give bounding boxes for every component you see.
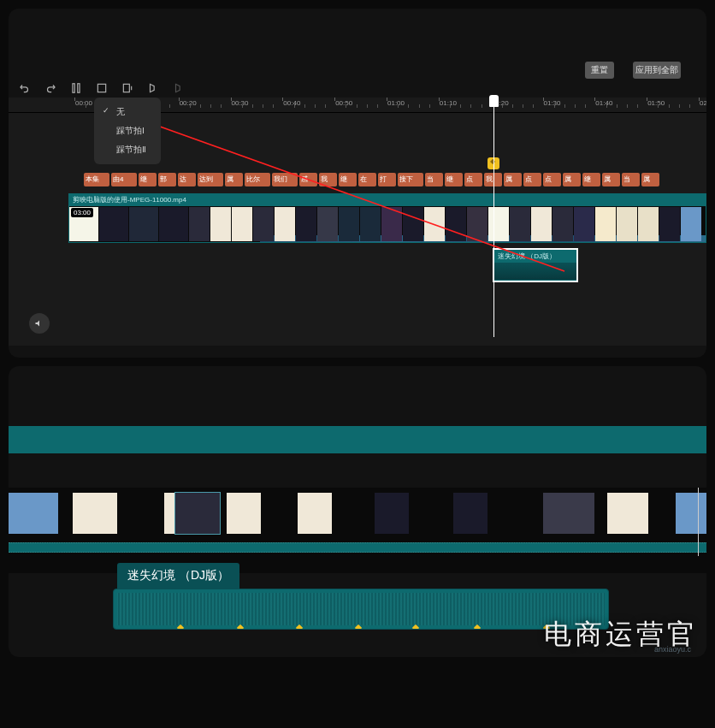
text-caption-chip[interactable]: 由4 <box>111 173 137 186</box>
zoom-thumbnail[interactable] <box>9 493 58 534</box>
text-caption-chip[interactable]: 感 <box>299 173 317 186</box>
redo-icon[interactable] <box>44 82 56 94</box>
playhead[interactable] <box>493 98 494 337</box>
video-thumbnail[interactable] <box>360 207 381 241</box>
video-thumbnail[interactable] <box>339 207 359 241</box>
video-track[interactable]: 剪映电脑版的使用-MPEG-11000.mp4 03:00 <box>68 193 706 243</box>
video-thumbnail[interactable] <box>159 207 188 241</box>
video-thumbnail[interactable] <box>574 207 594 241</box>
text-caption-chip[interactable]: 接下 <box>398 173 423 186</box>
ruler-tick: 00:00 <box>75 99 92 107</box>
video-thumbnail[interactable] <box>552 207 573 241</box>
svg-rect-2 <box>98 84 105 92</box>
video-thumbnail[interactable] <box>467 207 488 241</box>
text-caption-chip[interactable]: 我们 <box>272 173 298 186</box>
zoom-thumbnail[interactable] <box>73 493 117 534</box>
video-thumbnail[interactable] <box>232 207 252 241</box>
text-caption-chip[interactable]: 继 <box>139 173 157 186</box>
text-caption-chip[interactable]: 继 <box>582 173 600 186</box>
timeline-area[interactable]: 00:0000:1000:2000:3000:4000:5001:0001:10… <box>9 98 706 346</box>
video-thumbnails[interactable] <box>69 206 706 242</box>
video-thumbnail[interactable] <box>317 207 338 241</box>
text-caption-chip[interactable]: 达到 <box>198 173 223 186</box>
text-caption-chip[interactable]: 继 <box>339 173 357 186</box>
video-thumbnail[interactable] <box>129 207 158 241</box>
zoom-thumbnail[interactable] <box>453 493 488 534</box>
zoom-thumbnail[interactable] <box>375 493 409 534</box>
zoom-thumbnail[interactable] <box>676 493 706 534</box>
zoom-thumbnail[interactable] <box>175 493 220 534</box>
video-thumbnail[interactable] <box>381 207 402 241</box>
zoom-playhead[interactable] <box>698 488 699 556</box>
video-thumbnail[interactable] <box>210 207 231 241</box>
text-caption-chip[interactable]: 属 <box>641 173 659 186</box>
marker-right-icon[interactable] <box>147 82 159 94</box>
text-caption-chip[interactable]: 点 <box>543 173 561 186</box>
video-thumbnail[interactable] <box>531 207 552 241</box>
text-caption-chip[interactable]: 继 <box>445 173 463 186</box>
timeline-editor-panel: 重置 应用到全部 00:0000:1000:2000:3000:4000:500… <box>9 9 706 358</box>
zoom-scrollbar[interactable] <box>9 542 706 553</box>
video-thumbnail[interactable] <box>99 207 128 241</box>
duration-badge: 03:00 <box>71 208 93 217</box>
video-clip-filename: 剪映电脑版的使用-MPEG-11000.mp4 <box>69 194 706 206</box>
video-thumbnail[interactable] <box>510 207 530 241</box>
ruler-tick: 00:30 <box>232 99 249 107</box>
text-caption-chip[interactable]: 达 <box>178 173 196 186</box>
tracks-container: 本集由4继部达达到属比尔我们感我继在打接下当继点我属点点属继属当属 剪映电脑版的… <box>68 173 706 243</box>
text-caption-chip[interactable]: 本集 <box>84 173 109 186</box>
text-caption-chip[interactable]: 比尔 <box>245 173 270 186</box>
zoom-thumbnail[interactable] <box>227 493 261 534</box>
panel-header: 重置 应用到全部 <box>9 9 706 79</box>
audio-track-zoomed[interactable]: 迷失幻境 （DJ版） <box>113 563 609 630</box>
video-thumbnail[interactable] <box>638 207 659 241</box>
video-thumbnail[interactable] <box>253 207 274 241</box>
text-caption-chip[interactable]: 点 <box>464 173 482 186</box>
undo-icon[interactable] <box>19 82 31 94</box>
text-caption-chip[interactable]: 点 <box>523 173 541 186</box>
text-caption-chip[interactable]: 打 <box>378 173 396 186</box>
zoom-thumbnail[interactable] <box>607 493 648 534</box>
text-caption-chip[interactable]: 部 <box>158 173 176 186</box>
video-thumbnail[interactable] <box>275 207 295 241</box>
video-thumbnail[interactable] <box>681 207 701 241</box>
dropdown-item[interactable]: 踩节拍Ⅱ <box>94 140 161 159</box>
text-caption-chip[interactable]: 我 <box>319 173 337 186</box>
mute-track-button[interactable] <box>29 313 50 334</box>
zoom-thumbnail[interactable] <box>298 493 332 534</box>
video-thumbnail[interactable] <box>595 207 616 241</box>
split-icon[interactable] <box>70 82 82 94</box>
zoom-thumbnail[interactable] <box>543 493 594 534</box>
ruler-tick: 01:30 <box>544 99 561 107</box>
ruler-tick: 01:10 <box>440 99 457 107</box>
text-caption-chip[interactable]: 当 <box>622 173 640 186</box>
reset-button[interactable]: 重置 <box>585 62 614 79</box>
text-caption-chip[interactable]: 属 <box>563 173 581 186</box>
dropdown-item[interactable]: 无 <box>94 103 161 121</box>
text-caption-chip[interactable]: 属 <box>225 173 243 186</box>
playhead-handle[interactable] <box>489 95 499 107</box>
audio-waveform-body[interactable] <box>113 589 609 630</box>
video-thumbnail[interactable] <box>296 207 316 241</box>
marker-left-icon[interactable] <box>121 82 133 94</box>
text-caption-chip[interactable]: 在 <box>358 173 376 186</box>
video-thumbnail[interactable] <box>403 207 423 241</box>
text-caption-chip[interactable]: 当 <box>425 173 443 186</box>
crop-icon[interactable] <box>96 82 108 94</box>
flag-icon[interactable] <box>173 82 185 94</box>
zoom-video-track[interactable] <box>9 488 706 573</box>
video-thumbnail[interactable] <box>617 207 637 241</box>
text-caption-chip[interactable]: 属 <box>602 173 620 186</box>
text-track[interactable]: 本集由4继部达达到属比尔我们感我继在打接下当继点我属点点属继属当属 <box>68 173 706 190</box>
video-thumbnail[interactable] <box>446 207 466 241</box>
video-thumbnail[interactable] <box>189 207 210 241</box>
text-caption-chip[interactable]: 属 <box>504 173 522 186</box>
dropdown-item[interactable]: 踩节拍Ⅰ <box>94 121 161 140</box>
audio-clip[interactable]: 迷失幻境 （DJ版） <box>493 248 578 282</box>
video-thumbnail[interactable] <box>488 207 509 241</box>
spacer <box>9 366 706 426</box>
apply-all-button[interactable]: 应用到全部 <box>633 62 681 79</box>
video-thumbnail[interactable] <box>659 207 680 241</box>
video-thumbnail[interactable] <box>424 207 445 241</box>
ruler-tick: 00:40 <box>283 99 300 107</box>
